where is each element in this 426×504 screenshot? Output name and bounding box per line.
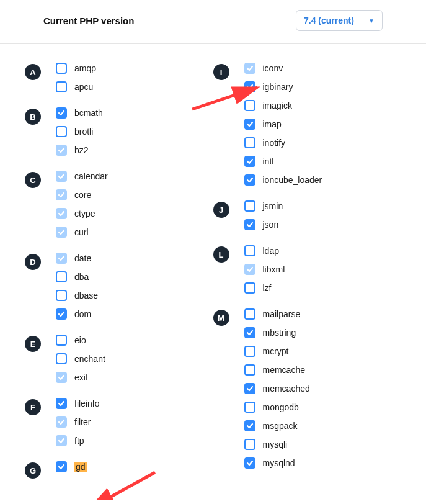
extension-label: mbstring (263, 328, 296, 338)
extension-checkbox[interactable] (56, 416, 67, 428)
extension-row-mongodb: mongodb (244, 402, 402, 413)
extension-label: apcu (74, 82, 93, 92)
php-version-dropdown[interactable]: 7.4 (current) ▼ (296, 10, 383, 31)
extension-row-inotify: inotify (244, 137, 402, 148)
letter-group-c: Ccalendarcorectypecurl (25, 171, 213, 245)
extension-label: curl (74, 227, 89, 237)
extension-row-curl: curl (56, 227, 213, 238)
extension-row-calendar: calendar (56, 171, 213, 182)
extension-checkbox[interactable] (244, 282, 255, 294)
extension-label: dbase (74, 290, 98, 300)
extension-label: eio (74, 335, 86, 345)
extension-row-dom: dom (56, 308, 213, 320)
group-items: gd (56, 461, 213, 480)
extension-checkbox[interactable] (56, 227, 67, 238)
extension-checkbox[interactable] (56, 353, 67, 364)
extension-row-memcache: memcache (244, 364, 402, 376)
extension-checkbox[interactable] (244, 346, 255, 357)
extension-checkbox[interactable] (244, 364, 255, 376)
letter-badge: A (25, 64, 41, 80)
extension-checkbox[interactable] (244, 100, 255, 111)
extension-label: inotify (263, 138, 286, 148)
letter-badge: C (25, 172, 41, 188)
extension-checkbox[interactable] (56, 461, 67, 472)
extension-label: mysqlnd (263, 458, 295, 468)
extension-label: mcrypt (263, 346, 289, 356)
extension-checkbox[interactable] (56, 398, 67, 409)
extension-checkbox[interactable] (56, 372, 67, 383)
extension-checkbox[interactable] (56, 81, 67, 92)
extension-checkbox[interactable] (56, 145, 67, 156)
header-row: Current PHP version 7.4 (current) ▼ (0, 0, 426, 44)
extension-checkbox[interactable] (56, 253, 67, 264)
letter-badge: I (213, 64, 229, 80)
extension-checkbox[interactable] (244, 200, 255, 212)
extension-label: mysqli (263, 439, 288, 449)
extension-label: json (263, 220, 279, 230)
extension-row-imagick: imagick (244, 100, 402, 111)
extension-checkbox[interactable] (56, 335, 67, 346)
extension-row-bz2: bz2 (56, 145, 213, 156)
extension-checkbox[interactable] (56, 308, 67, 320)
group-items: calendarcorectypecurl (56, 171, 213, 245)
extension-checkbox[interactable] (56, 290, 67, 301)
extension-label: fileinfo (74, 398, 99, 408)
letter-group-e: Eeioenchantexif (25, 335, 213, 390)
letter-group-i: Iiconvigbinaryimagickimapinotifyintlionc… (213, 63, 402, 193)
extension-label: bcmath (74, 108, 103, 118)
extension-checkbox[interactable] (56, 107, 67, 119)
extension-checkbox[interactable] (244, 383, 255, 394)
extension-label: brotli (74, 127, 93, 137)
extension-label: imap (263, 119, 282, 129)
extension-row-jsmin: jsmin (244, 200, 402, 212)
extension-row-apcu: apcu (56, 81, 213, 92)
extension-checkbox[interactable] (56, 271, 67, 282)
extension-row-mcrypt: mcrypt (244, 346, 402, 357)
letter-group-j: Jjsminjson (213, 200, 402, 238)
letter-group-l: Lldaplibxmllzf (213, 245, 402, 301)
extension-checkbox[interactable] (244, 119, 255, 130)
extension-row-enchant: enchant (56, 353, 213, 364)
extension-row-bcmath: bcmath (56, 107, 213, 119)
extension-row-fileinfo: fileinfo (56, 398, 213, 409)
extension-checkbox[interactable] (244, 420, 255, 431)
extension-checkbox[interactable] (244, 245, 255, 256)
extension-label: lzf (263, 283, 272, 293)
extension-label: date (74, 253, 91, 263)
extension-checkbox[interactable] (244, 264, 255, 275)
extension-checkbox[interactable] (244, 63, 255, 74)
extension-row-filter: filter (56, 416, 213, 428)
letter-badge: J (213, 202, 229, 218)
extension-row-lzf: lzf (244, 282, 402, 294)
extension-row-igbinary: igbinary (244, 81, 402, 92)
extension-checkbox[interactable] (56, 63, 67, 74)
extension-checkbox[interactable] (56, 126, 67, 137)
extension-row-eio: eio (56, 335, 213, 346)
extension-label: calendar (74, 171, 108, 181)
extension-checkbox[interactable] (244, 174, 255, 186)
extension-checkbox[interactable] (244, 137, 255, 148)
extension-row-imap: imap (244, 119, 402, 130)
extension-label: dba (74, 272, 89, 282)
extension-label: jsmin (263, 201, 283, 211)
extension-checkbox[interactable] (244, 81, 255, 92)
extension-checkbox[interactable] (56, 171, 67, 182)
letter-badge: B (25, 109, 41, 125)
extension-checkbox[interactable] (56, 208, 67, 219)
extension-row-memcached: memcached (244, 383, 402, 394)
extension-checkbox[interactable] (244, 308, 255, 320)
extension-label: enchant (74, 354, 105, 364)
extension-label: core (74, 190, 91, 200)
extension-checkbox[interactable] (244, 156, 255, 167)
extension-checkbox[interactable] (56, 189, 67, 200)
letter-group-f: Ffileinfofilterftp (25, 398, 213, 454)
extension-checkbox[interactable] (244, 402, 255, 413)
extension-row-brotli: brotli (56, 126, 213, 137)
extension-checkbox[interactable] (56, 435, 67, 446)
extension-row-date: date (56, 253, 213, 264)
extension-checkbox[interactable] (244, 439, 255, 450)
extension-checkbox[interactable] (244, 457, 255, 469)
extension-checkbox[interactable] (244, 327, 255, 338)
extension-row-ldap: ldap (244, 245, 402, 256)
extension-checkbox[interactable] (244, 219, 255, 230)
